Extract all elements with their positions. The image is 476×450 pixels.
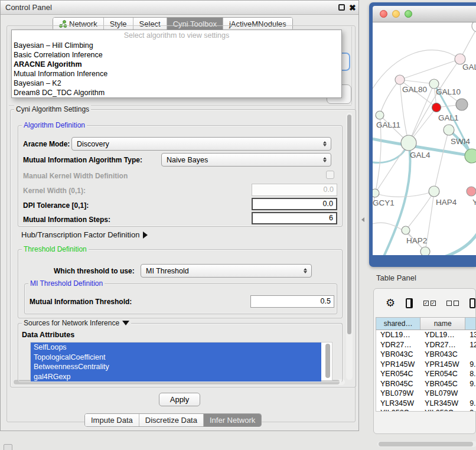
dropdown-item[interactable]: Basic Correlation Inference xyxy=(12,50,341,60)
hub-factor-expander[interactable]: Hub/Transcription Factor Definition xyxy=(21,230,148,239)
network-edge[interactable] xyxy=(434,130,449,191)
close-traffic-light-icon[interactable] xyxy=(380,10,387,18)
column-header-extra[interactable] xyxy=(465,318,476,330)
which-threshold-combobox[interactable]: MI Threshold xyxy=(141,264,312,278)
dropdown-item[interactable]: Mutual Information Inference xyxy=(12,69,341,79)
network-graph[interactable]: GALGAL80GAL10GAL1GAL11SWI4GAL4GCY1HAP4YH… xyxy=(373,22,476,255)
float-window-icon[interactable] xyxy=(338,4,345,11)
network-node-hap4[interactable] xyxy=(429,186,439,197)
settings-vertical-scrollbar[interactable] xyxy=(346,113,353,380)
bottom-tab-impute-data[interactable]: Impute Data xyxy=(85,414,139,426)
network-node[interactable] xyxy=(456,99,468,110)
close-icon[interactable]: ✖ xyxy=(349,2,356,14)
columns-icon[interactable] xyxy=(406,298,413,308)
spinner-arrows-icon xyxy=(323,157,327,162)
table-cell: YBR043C xyxy=(420,350,465,360)
minimize-traffic-light-icon[interactable] xyxy=(392,10,400,18)
column-header-name[interactable]: name xyxy=(420,318,465,330)
deselect-all-icon[interactable] xyxy=(446,301,459,306)
network-view-window[interactable]: GALGAL80GAL10GAL1GAL11SWI4GAL4GCY1HAP4YH… xyxy=(369,2,476,267)
dropdown-item[interactable]: Dream8 DC_TDC Algorithm xyxy=(12,88,341,97)
scrollbar-thumb[interactable] xyxy=(347,115,351,334)
select-all-icon[interactable]: ✓✓ xyxy=(423,301,436,306)
network-node-hap2[interactable] xyxy=(402,226,410,234)
dropdown-item[interactable]: Bayesian – K2 xyxy=(12,79,341,88)
table-cell: YLR345W xyxy=(420,399,465,409)
table-cell: YPR145W xyxy=(420,360,465,370)
mi-threshold-field[interactable]: 0.5 xyxy=(250,295,334,308)
table-horizontal-scrollbar[interactable] xyxy=(377,441,476,447)
manual-kernel-label: Manual Kernel Width Definition xyxy=(23,172,128,180)
dropdown-item[interactable]: Bayesian – Hill Climbing xyxy=(12,41,341,50)
data-attributes-list[interactable]: SelfLoopsTopologicalCoefficientBetweenne… xyxy=(30,342,332,381)
attribute-list-item[interactable]: gal4RGexp xyxy=(31,372,321,382)
network-node-gal80[interactable] xyxy=(395,75,405,84)
network-node-gcy1[interactable] xyxy=(373,189,379,197)
cyni-algorithm-settings-group: Cyni Algorithm Settings Algorithm Defini… xyxy=(10,109,356,387)
zoom-traffic-light-icon[interactable] xyxy=(405,10,412,18)
network-window-titlebar[interactable] xyxy=(373,6,476,22)
network-node-gal4[interactable] xyxy=(401,135,416,151)
network-edge[interactable] xyxy=(380,80,400,115)
network-node-gal11[interactable] xyxy=(376,111,384,119)
table-row[interactable]: YDL19…YDL19…13 xyxy=(376,330,476,340)
network-node-gal1[interactable] xyxy=(432,103,441,112)
table-row[interactable]: YER054CYER054C8. xyxy=(376,369,476,379)
table-row[interactable]: YLR345WYLR345W9. xyxy=(376,399,476,409)
network-node[interactable] xyxy=(465,149,476,163)
gear-icon[interactable]: ⚙ xyxy=(386,297,395,309)
aracne-mode-value: Discovery xyxy=(77,140,109,148)
mi-steps-field[interactable]: 6 xyxy=(252,212,337,224)
list-scrollbar-thumb[interactable] xyxy=(325,344,330,378)
table-cell: YIL052C xyxy=(420,408,465,412)
sources-group: Sources for Network Inference Data Attri… xyxy=(18,323,343,382)
mi-type-combobox[interactable]: Naive Bayes xyxy=(161,153,331,167)
node-label: HAP4 xyxy=(436,198,457,207)
table-cell: YBR043C xyxy=(376,350,420,360)
network-edge[interactable] xyxy=(400,59,460,80)
scrollbar-thumb[interactable] xyxy=(379,442,473,446)
network-edge[interactable] xyxy=(375,191,434,197)
attribute-list-item[interactable]: SelfLoops xyxy=(31,343,321,353)
attribute-list-item[interactable]: BetweennessCentrality xyxy=(31,362,321,372)
bottom-tab-infer-network[interactable]: Infer Network xyxy=(204,414,261,426)
table-row[interactable]: YPR145WYPR145W9. xyxy=(376,360,476,370)
network-edge[interactable] xyxy=(442,229,476,255)
kernel-width-field[interactable]: 0.0 xyxy=(252,184,337,196)
network-node[interactable] xyxy=(472,22,476,32)
dpi-tolerance-field[interactable]: 0.0 xyxy=(252,198,337,210)
dropdown-prompt: Select algorithm to view settings xyxy=(12,31,341,41)
table-row[interactable]: YDR27…YDR27…12 xyxy=(376,340,476,350)
node-label: GAL xyxy=(462,63,476,71)
dropdown-item[interactable]: ARACNE Algorithm xyxy=(12,60,341,69)
attribute-list-item[interactable]: TopologicalCoefficient xyxy=(31,353,321,363)
document-icon[interactable] xyxy=(470,298,475,308)
bottom-tabstrip: Impute DataDiscretize DataInfer Network xyxy=(84,413,262,427)
network-node[interactable] xyxy=(420,247,430,255)
table-cell: YPR145W xyxy=(376,360,420,370)
chevron-down-icon[interactable] xyxy=(122,321,129,325)
table-cell: YER054C xyxy=(420,369,465,379)
control-panel-titlebar[interactable]: Control Panel xyxy=(1,1,358,15)
table-row[interactable]: YBL079WYBL079W xyxy=(376,389,476,399)
apply-button[interactable]: Apply xyxy=(159,393,200,406)
network-node-swi4[interactable] xyxy=(444,125,454,135)
mi-threshold-label: Mutual Information Threshold: xyxy=(30,298,132,306)
bottom-tab-discretize-data[interactable]: Discretize Data xyxy=(139,414,204,426)
table-cell: 9. xyxy=(465,399,476,409)
aracne-mode-combobox[interactable]: Discovery xyxy=(71,137,331,151)
network-node-y[interactable] xyxy=(467,187,476,196)
table-row[interactable]: YBR043CYBR043C xyxy=(376,350,476,360)
tab-label: Discretize Data xyxy=(145,416,197,425)
column-header-shared…[interactable]: shared… xyxy=(376,318,420,330)
network-canvas[interactable]: GALGAL80GAL10GAL1GAL11SWI4GAL4GCY1HAP4YH… xyxy=(373,22,476,255)
spinner-arrows-icon xyxy=(323,141,327,146)
manual-kernel-checkbox[interactable] xyxy=(326,171,334,179)
panel-divider-grip[interactable] xyxy=(361,217,364,222)
network-edge[interactable] xyxy=(375,143,409,193)
collapsed-panel-fragment[interactable] xyxy=(4,444,12,450)
mi-type-value: Naive Bayes xyxy=(167,156,208,164)
table-row[interactable]: YBR045CYBR045C9. xyxy=(376,379,476,389)
aracne-mode-label: Aracne Mode: xyxy=(23,140,70,148)
table-row[interactable]: YIL052CYIL052C9 xyxy=(376,408,476,412)
